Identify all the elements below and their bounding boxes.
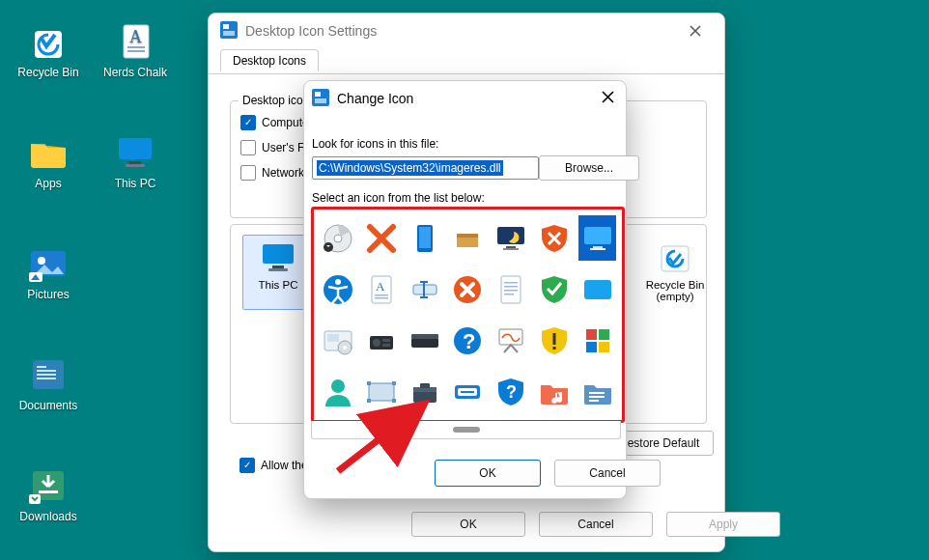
close-button[interactable] (602, 91, 614, 106)
icon-choice-shield-x[interactable] (536, 215, 574, 261)
check-network[interactable]: Network (240, 165, 304, 181)
desktop-icon-recycle-bin[interactable]: Recycle Bin (10, 19, 87, 79)
check-computer[interactable]: Computer (240, 115, 313, 130)
documents-icon (27, 352, 70, 395)
icon-choice-run[interactable] (449, 369, 487, 414)
checkbox-icon (240, 165, 256, 181)
shield-warn-icon (538, 324, 571, 357)
svg-rect-42 (590, 248, 605, 250)
icon-choice-user[interactable] (320, 369, 357, 414)
icon-choice-x-circle[interactable] (449, 266, 487, 312)
desktop-icon-nerds-chalk[interactable]: A Nerds Chalk (97, 19, 174, 79)
icon-path-input[interactable]: C:\Windows\System32\imageres.dll (312, 156, 539, 180)
svg-point-2 (38, 257, 45, 265)
page-icon (494, 273, 527, 306)
select-icon-label: Select an icon from the list below: (312, 191, 485, 205)
shield-check-icon (538, 273, 571, 306)
cd-icon (322, 222, 354, 255)
text-cursor-icon (408, 273, 441, 306)
checkbox-icon (239, 458, 255, 473)
svg-point-44 (335, 279, 341, 285)
icon-choice-frame[interactable] (363, 369, 401, 414)
icon-choice-moon-monitor[interactable] (493, 215, 530, 261)
tab-desktop-icons[interactable]: Desktop Icons (220, 49, 319, 71)
close-button[interactable] (678, 17, 713, 44)
dialog-title: Desktop Icon Settings (245, 23, 377, 39)
icon-choice-text-cursor[interactable] (406, 266, 443, 312)
desktop-icon-label: Nerds Chalk (97, 66, 174, 79)
icon-choice-folder-music[interactable] (536, 369, 574, 414)
desktop-icon-apps[interactable]: Apps (10, 130, 87, 190)
icon-choice-shield-warn[interactable] (536, 318, 574, 363)
icon-choice-page-a[interactable]: A (363, 266, 401, 312)
hifi-icon (365, 324, 398, 357)
desktop-icon-label: Apps (10, 177, 87, 190)
icon-choice-scanner[interactable] (406, 318, 443, 363)
desktop-icon-downloads[interactable]: Downloads (10, 463, 87, 523)
svg-point-65 (373, 339, 380, 347)
icon-list-grid: A?? (314, 210, 622, 420)
ok-button[interactable]: OK (411, 512, 525, 537)
icon-choice-monitor-sel[interactable] (578, 215, 616, 261)
icon-choice-cd[interactable] (320, 215, 357, 261)
dialog-titlebar[interactable]: Desktop Icon Settings (209, 14, 724, 48)
svg-text:A: A (376, 279, 385, 294)
cancel-button[interactable]: Cancel (554, 460, 661, 487)
checkbox-icon (240, 115, 256, 130)
svg-rect-20 (220, 21, 238, 39)
icon-list[interactable]: A?? (311, 207, 625, 423)
change-icon-dialog: Change Icon Look for icons in this file:… (303, 80, 627, 499)
svg-rect-87 (420, 383, 430, 388)
icon-choice-tablet[interactable] (406, 215, 443, 261)
desktop-blue-icon (581, 273, 614, 306)
dialog-titlebar[interactable]: Change Icon (304, 81, 626, 116)
desktop-icon-documents[interactable]: Documents (10, 352, 87, 412)
svg-rect-61 (327, 334, 339, 342)
well-icon-this-pc[interactable]: This PC (244, 238, 312, 291)
svg-rect-81 (367, 381, 371, 385)
svg-rect-8 (37, 378, 56, 379)
apply-button[interactable]: Apply (666, 512, 780, 537)
svg-rect-22 (223, 31, 235, 36)
svg-text:A: A (129, 27, 142, 46)
tablet-icon (408, 222, 441, 255)
icon-choice-shield-help[interactable]: ? (493, 369, 530, 414)
svg-rect-50 (423, 281, 425, 298)
desktop-icon-this-pc[interactable]: This PC (97, 130, 174, 190)
icon-choice-folder-docs[interactable] (578, 369, 616, 414)
icon-choice-accessibility[interactable] (320, 266, 357, 312)
svg-rect-23 (263, 244, 294, 264)
ok-button[interactable]: OK (435, 460, 541, 487)
svg-rect-6 (37, 370, 56, 372)
well-icon-recycle-bin-empty[interactable]: Recycle Bin (empty) (636, 238, 714, 302)
monitor-icon (114, 130, 156, 173)
icon-choice-x-orange[interactable] (363, 215, 401, 261)
desktop-icon-pictures[interactable]: Pictures (10, 241, 87, 301)
icon-choice-whiteboard[interactable] (493, 318, 530, 363)
icon-choice-hifi[interactable] (363, 318, 401, 363)
icon-choice-desktop-blue[interactable] (578, 266, 616, 312)
accessibility-icon (322, 273, 354, 306)
icon-choice-media-drive[interactable] (320, 318, 357, 363)
svg-rect-15 (127, 50, 145, 52)
svg-rect-75 (586, 329, 597, 340)
dialog-button-row: OK Cancel Apply (411, 512, 780, 537)
app-icon (312, 89, 329, 109)
icon-choice-briefcase[interactable] (406, 369, 443, 414)
user-icon (322, 376, 354, 408)
horizontal-scrollbar[interactable] (311, 421, 621, 439)
icon-choice-box[interactable] (449, 215, 487, 261)
svg-rect-34 (419, 227, 431, 248)
cancel-button[interactable]: Cancel (539, 512, 653, 537)
folder-docs-icon (581, 376, 614, 408)
icon-choice-shield-check[interactable] (536, 266, 574, 312)
browse-button[interactable]: Browse... (539, 155, 639, 181)
icon-choice-help[interactable]: ? (449, 318, 487, 363)
desktop-icon-label: Downloads (10, 510, 87, 523)
icon-choice-page[interactable] (493, 266, 530, 312)
folder-music-icon (538, 376, 571, 408)
icon-choice-blocks[interactable] (578, 318, 616, 363)
svg-rect-80 (369, 383, 394, 401)
text-doc-icon: A (114, 19, 156, 62)
scrollbar-thumb[interactable] (453, 427, 480, 433)
